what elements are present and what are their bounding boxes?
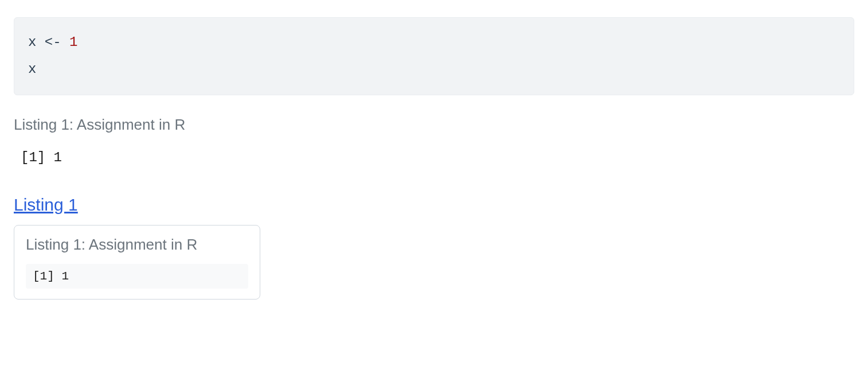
- hover-output: [1] 1: [26, 264, 248, 289]
- code-block: x <- 1 x: [14, 17, 854, 95]
- code-line-1: x <- 1: [28, 29, 840, 56]
- code-token-var: x: [28, 61, 36, 77]
- hover-caption: Listing 1: Assignment in R: [26, 236, 248, 254]
- code-line-2: x: [28, 56, 840, 83]
- code-token-operator: <-: [45, 34, 61, 50]
- listing-caption: Listing 1: Assignment in R: [14, 116, 854, 134]
- listing-link[interactable]: Listing 1: [14, 195, 78, 215]
- code-output: [1] 1: [14, 150, 854, 165]
- code-token-var: x: [28, 34, 36, 50]
- listing-hover-card: Listing 1: Assignment in R [1] 1: [14, 225, 260, 300]
- code-token-number: 1: [69, 34, 77, 50]
